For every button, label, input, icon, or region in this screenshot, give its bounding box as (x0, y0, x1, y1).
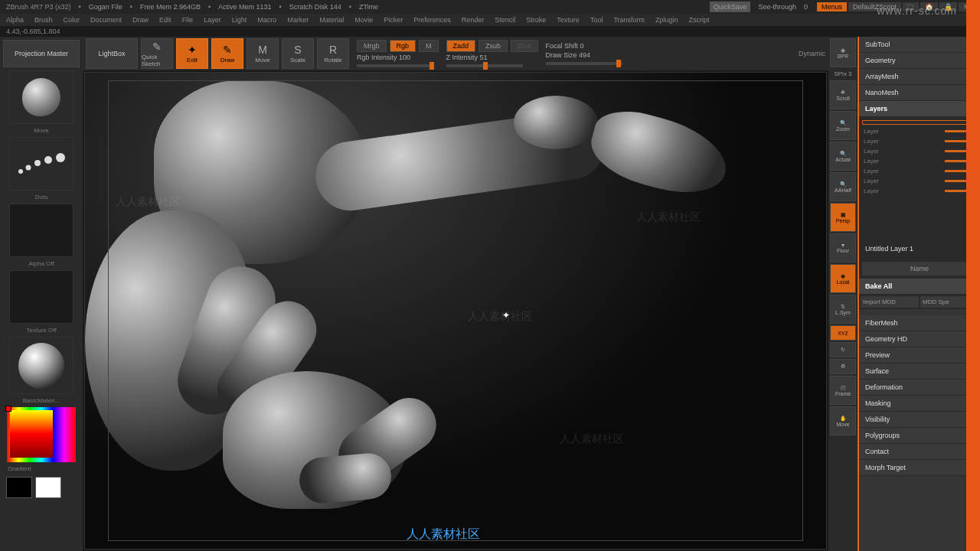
actual-button[interactable]: 🔍Actual (830, 142, 856, 171)
layer-row[interactable]: Layer (862, 166, 977, 176)
layer-row[interactable]: Layer (862, 156, 977, 166)
scale-button[interactable]: SScale (282, 38, 314, 69)
panel-layers[interactable]: Layers (859, 101, 980, 117)
menu-zplugin[interactable]: Zplugin (655, 16, 678, 24)
panel-deformation[interactable]: Deformation (859, 380, 980, 396)
panel-subtool[interactable]: SubTool (859, 37, 980, 53)
menu-color[interactable]: Color (64, 16, 80, 24)
scroll-button[interactable]: ✥Scroll (830, 80, 856, 109)
zcut-button[interactable]: Zcut (511, 40, 538, 52)
menu-stencil[interactable]: Stencil (495, 16, 515, 24)
alpha-preview[interactable] (9, 204, 74, 257)
frame-button[interactable]: ◰Frame (830, 376, 856, 405)
gradient-label[interactable]: Gradient (3, 465, 80, 472)
projection-master-button[interactable]: Projection Master (3, 40, 80, 67)
panel-nanomesh[interactable]: NanoMesh (859, 85, 980, 101)
layer-row[interactable]: Layer (862, 146, 977, 156)
menu-preferences[interactable]: Preferences (413, 16, 451, 24)
panel-arraymesh[interactable]: ArrayMesh (859, 69, 980, 85)
menu-render[interactable]: Render (462, 16, 485, 24)
rotate-button[interactable]: RRotate (317, 38, 349, 69)
texture-preview[interactable] (9, 270, 74, 324)
aahalf-button[interactable]: 🔍AAHalf (830, 172, 856, 201)
stroke-preview[interactable] (9, 137, 74, 191)
scratch-disk: Scratch Disk 144 (289, 3, 341, 11)
mrgb-button[interactable]: Mrgb (357, 40, 387, 52)
menu-draw[interactable]: Draw (132, 16, 149, 24)
menus-button[interactable]: Menus (817, 2, 847, 11)
dynamic-button[interactable]: Dynamic (799, 50, 825, 57)
rgb-intensity-label[interactable]: Rgb Intensity 100 (357, 54, 410, 61)
panel-polygroups[interactable]: Polygroups (859, 428, 980, 444)
rgb-button[interactable]: Rgb (390, 40, 416, 52)
menu-brush[interactable]: Brush (34, 16, 53, 24)
layer-row[interactable]: Layer (862, 176, 977, 186)
menu-file[interactable]: File (182, 16, 194, 24)
swatch-black[interactable] (6, 477, 32, 498)
panel-preview[interactable]: Preview (859, 347, 980, 364)
layer-row[interactable]: Layer (862, 186, 977, 196)
panel-geometry[interactable]: Geometry (859, 53, 980, 69)
persp-button[interactable]: ▦Persp (830, 203, 856, 232)
name-button[interactable]: Name (862, 262, 977, 276)
menu-movie[interactable]: Movie (354, 16, 373, 24)
menu-stroke[interactable]: Stroke (526, 16, 546, 24)
menu-marker[interactable]: Marker (287, 16, 309, 24)
lightbox-button[interactable]: LightBox (86, 38, 138, 69)
menu-macro[interactable]: Macro (257, 16, 276, 24)
free-mem: Free Mem 2.964GB (140, 3, 201, 11)
panel-fibermesh[interactable]: FiberMesh (859, 315, 980, 331)
color-picker[interactable] (7, 407, 76, 462)
swatch-white[interactable] (35, 477, 61, 498)
menu-layer[interactable]: Layer (204, 16, 221, 24)
draw-size-label[interactable]: Draw Size 494 (546, 51, 591, 59)
panel-bakeall[interactable]: Bake All (859, 279, 980, 295)
local-button[interactable]: ◉Local (830, 264, 856, 293)
menu-tool[interactable]: Tool (590, 16, 603, 24)
floor-button[interactable]: ▼Floor (830, 233, 856, 262)
recycle-icon[interactable]: ♻ (830, 359, 856, 374)
panel-geometryhd[interactable]: Geometry HD (859, 331, 980, 347)
move-view-button[interactable]: ✋Move (830, 406, 856, 435)
menu-document[interactable]: Document (90, 16, 122, 24)
app-title: ZBrush 4R7 P3 (x32) (6, 3, 71, 11)
move-button[interactable]: MMove (247, 38, 279, 69)
bpr-button[interactable]: ◉BPR (830, 38, 856, 67)
brush-preview[interactable] (9, 70, 74, 124)
zadd-button[interactable]: Zadd (446, 40, 476, 52)
xyz-button[interactable]: XYZ (830, 325, 856, 341)
menu-material[interactable]: Material (319, 16, 344, 24)
menu-texture[interactable]: Texture (557, 16, 580, 24)
import-mdd-button[interactable]: Import MDD (861, 296, 919, 308)
viewport[interactable]: ✦ 人人素材社区 人人素材社区 人人素材社区 人人素材社区 人人素材社区 (84, 72, 827, 549)
menu-edit[interactable]: Edit (159, 16, 172, 24)
m-button[interactable]: M (419, 40, 439, 52)
layer-selected[interactable] (862, 120, 977, 125)
menu-light[interactable]: Light (232, 16, 247, 24)
panel-contact[interactable]: Contact (859, 444, 980, 460)
quicksketch-button[interactable]: ✎Quick Sketch (141, 38, 173, 69)
menu-picker[interactable]: Picker (384, 16, 403, 24)
menu-zscript[interactable]: Zscript (689, 16, 710, 24)
lsym-button[interactable]: ⇅L.Sym (830, 295, 856, 324)
menu-alpha[interactable]: Alpha (6, 16, 24, 24)
layer-row[interactable]: Layer (862, 126, 977, 136)
material-preview[interactable] (9, 337, 74, 394)
quicksave-button[interactable]: QuickSave (710, 2, 751, 12)
layer-list: Layer Layer Layer Layer Layer Layer Laye… (859, 117, 980, 240)
panel-morphtarget[interactable]: Morph Target (859, 460, 980, 476)
zoom-button[interactable]: 🔍Zoom (830, 111, 856, 140)
edit-button[interactable]: ✦Edit (176, 38, 208, 69)
spix-label[interactable]: SPix 3 (830, 69, 856, 79)
focal-shift-label[interactable]: Focal Shift 0 (546, 42, 584, 50)
zsub-button[interactable]: Zsub (479, 40, 508, 52)
z-intensity-label[interactable]: Z Intensity 51 (446, 54, 488, 61)
panel-surface[interactable]: Surface (859, 364, 980, 380)
menu-transform[interactable]: Transform (613, 16, 645, 24)
layer-row[interactable]: Layer (862, 136, 977, 146)
refresh-icon[interactable]: ↻ (830, 342, 856, 357)
untitled-layer[interactable]: Untitled Layer 1 (859, 240, 980, 259)
panel-visibility[interactable]: Visibility (859, 412, 980, 428)
panel-masking[interactable]: Masking (859, 396, 980, 412)
draw-button[interactable]: ✎Draw (211, 38, 243, 69)
